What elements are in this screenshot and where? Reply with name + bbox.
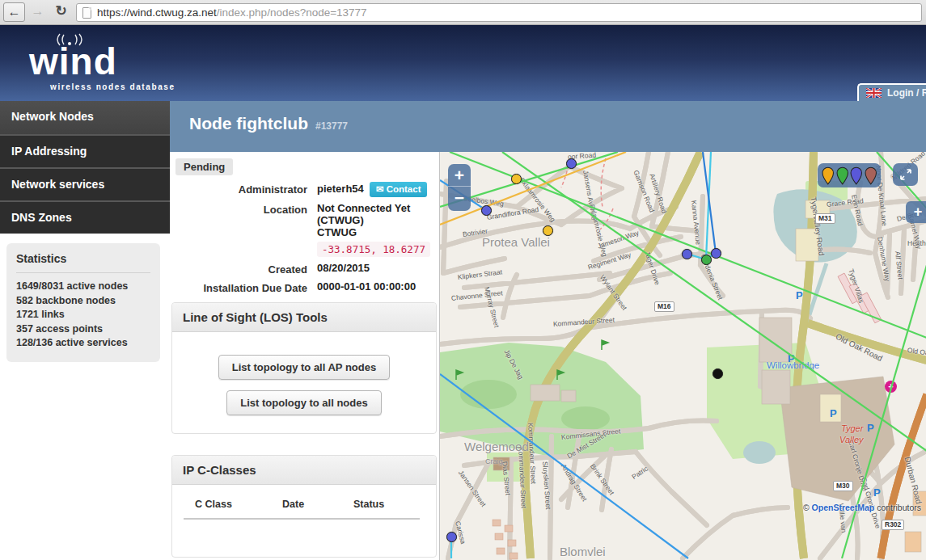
login-tab[interactable]: Login / R	[857, 83, 926, 101]
map-pin-icon[interactable]	[836, 166, 849, 185]
page-icon	[82, 7, 91, 19]
map-pin-icon[interactable]	[822, 166, 835, 185]
page-title-bar: Node fightclub#13777	[170, 101, 926, 152]
site-tagline: wireless nodes database	[50, 82, 175, 91]
statistic-line: 1721 links	[16, 308, 150, 322]
sidebar-item-ip-addressing[interactable]: IP Addressing	[0, 134, 170, 167]
forward-button[interactable]: →	[27, 2, 49, 22]
statistics-title: Statistics	[16, 252, 150, 265]
due-date-value: 0000-01-01 00:00:00	[317, 280, 439, 294]
created-value: 08/20/2015	[317, 262, 439, 276]
los-tools-card: Line of Sight (LOS) Tools List topology …	[171, 302, 437, 434]
administrator-value: pieterh54✉ Contact	[317, 182, 439, 197]
node-markers	[440, 152, 926, 560]
envelope-icon: ✉	[376, 184, 384, 194]
marker-filter-control[interactable]	[818, 163, 881, 187]
ip-cclasses-table: C ClassDateStatus	[172, 485, 436, 557]
node-detail-panel: Pending Administrator pieterh54✉ Contact…	[170, 152, 439, 560]
table-empty-body	[184, 520, 420, 544]
node-marker[interactable]	[566, 158, 577, 169]
los-tools-body: List topology to all AP nodes List topol…	[172, 332, 436, 433]
ip-cclasses-title: IP C-Classes	[172, 456, 436, 485]
statistic-line: 128/136 active services	[16, 336, 150, 351]
sidebar-menu: Network NodesIP AddressingNetwork servic…	[0, 101, 170, 234]
node-marker[interactable]	[511, 174, 522, 184]
contact-button[interactable]: ✉ Contact	[370, 182, 428, 197]
map-attribution: © OpenStreetMap contributors	[803, 503, 921, 512]
coordinates: -33.8715, 18.6277	[317, 242, 430, 257]
sidebar: Network NodesIP AddressingNetwork servic…	[0, 101, 170, 560]
site-banner: wind wireless nodes database Login / R	[0, 25, 926, 101]
list-topology-all-nodes-button[interactable]: List topology to all nodes	[226, 390, 381, 415]
location-line2: CTWUG	[317, 226, 439, 238]
column-header: Status	[353, 499, 420, 510]
uk-flag-icon	[866, 88, 882, 98]
node-marker[interactable]	[682, 249, 692, 259]
back-button[interactable]: ←	[3, 2, 25, 22]
node-id: #13777	[315, 120, 348, 132]
map[interactable]: Geelbos WegGrandiflora RoadBotrivierSkla…	[439, 152, 926, 560]
node-details: Administrator pieterh54✉ Contact Locatio…	[170, 182, 439, 294]
node-marker[interactable]	[701, 255, 712, 265]
column-header: C Class	[195, 499, 282, 510]
map-pin-icon[interactable]	[865, 166, 877, 185]
map-add-button[interactable]: +	[906, 201, 926, 223]
created-label: Created	[170, 262, 307, 276]
zoom-out-button[interactable]: −	[448, 187, 471, 209]
location-label: Location	[170, 202, 307, 257]
reload-button[interactable]: ↻	[50, 2, 72, 22]
node-marker[interactable]	[712, 368, 723, 379]
statistic-line: 357 access points	[16, 322, 150, 337]
openstreetmap-link[interactable]: OpenStreetMap	[812, 503, 875, 512]
node-marker[interactable]	[446, 532, 457, 542]
statistics-lines: 1649/8031 active nodes582 backbone nodes…	[16, 280, 150, 351]
login-label[interactable]: Login / R	[887, 87, 926, 99]
sidebar-item-network-services[interactable]: Network services	[0, 167, 170, 200]
map-pin-icon[interactable]	[850, 166, 863, 185]
location-value: Not Connected Yet (CTWUG) CTWUG -33.8715…	[317, 202, 439, 257]
list-topology-ap-nodes-button[interactable]: List topology to all AP nodes	[218, 355, 390, 380]
node-marker[interactable]	[481, 205, 492, 216]
browser-window: ← → ↻ https://wind.ctwug.za.net/index.ph…	[0, 0, 926, 560]
due-date-label: Installation Due Date	[170, 280, 307, 294]
browser-toolbar: ← → ↻ https://wind.ctwug.za.net/index.ph…	[0, 0, 926, 25]
statistic-line: 1649/8031 active nodes	[16, 280, 150, 294]
page-title: Node fightclub	[189, 114, 308, 133]
url-text[interactable]: https://wind.ctwug.za.net/index.php/node…	[97, 6, 367, 19]
status-badge: Pending	[175, 158, 233, 175]
table-header-row: C ClassDateStatus	[184, 499, 420, 520]
node-marker[interactable]	[543, 225, 553, 236]
column-header: Date	[282, 499, 353, 510]
sidebar-item-dns-zones[interactable]: DNS Zones	[0, 200, 170, 234]
expand-icon	[899, 167, 913, 182]
location-line1: Not Connected Yet (CTWUG)	[317, 202, 439, 226]
statistics-box: Statistics 1649/8031 active nodes582 bac…	[6, 243, 160, 362]
fullscreen-button[interactable]	[893, 163, 918, 186]
divider	[16, 272, 150, 273]
address-bar[interactable]: https://wind.ctwug.za.net/index.php/node…	[76, 3, 922, 22]
ip-cclasses-card: IP C-Classes C ClassDateStatus	[171, 455, 437, 558]
sidebar-item-network-nodes[interactable]: Network Nodes	[0, 101, 170, 134]
los-tools-title: Line of Sight (LOS) Tools	[172, 303, 436, 332]
map-zoom-control: + −	[448, 164, 471, 211]
zoom-in-button[interactable]: +	[448, 164, 471, 187]
administrator-label: Administrator	[170, 182, 307, 197]
site-logo[interactable]: wind	[29, 43, 117, 80]
node-marker[interactable]	[711, 248, 721, 259]
statistic-line: 582 backbone nodes	[16, 294, 150, 309]
